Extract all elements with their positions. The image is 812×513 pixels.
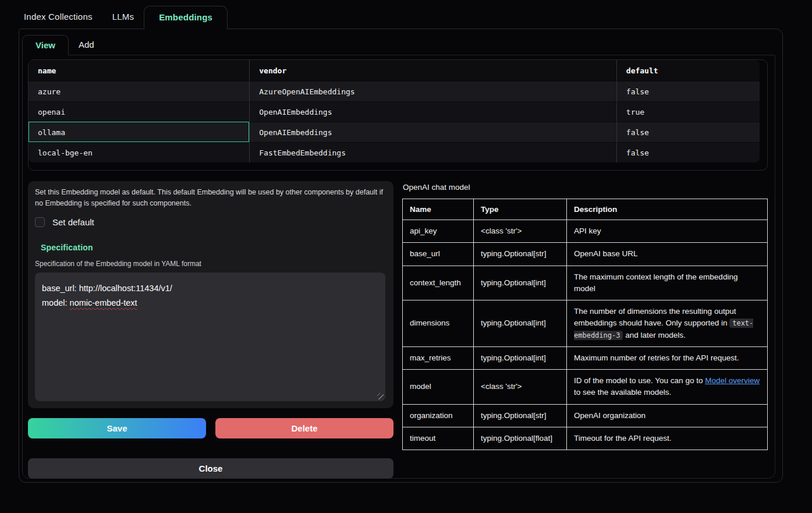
param-type: typing.Optional[str] — [474, 243, 567, 266]
param-type: typing.Optional[int] — [474, 266, 567, 300]
schema-table: Name Type Description api_key <class 'st… — [402, 199, 768, 450]
tab-embeddings[interactable]: Embeddings — [144, 6, 228, 29]
param-name: model — [403, 370, 474, 405]
param-name: max_retries — [403, 346, 474, 369]
cell-default[interactable]: true — [616, 101, 760, 122]
param-name: context_length — [403, 266, 474, 300]
schema-row-max-retries: max_retries typing.Optional[int] Maximum… — [403, 346, 768, 369]
cell-default[interactable]: false — [616, 81, 760, 101]
schema-row-context-length: context_length typing.Optional[int] The … — [403, 266, 768, 300]
schema-row-organization: organization typing.Optional[str] OpenAI… — [403, 404, 768, 427]
app-root: Index Collections LLMs Embeddings View A… — [0, 0, 812, 513]
cell-default[interactable]: false — [616, 122, 760, 142]
action-buttons: Save Delete — [28, 418, 393, 438]
set-default-checkbox[interactable] — [35, 217, 45, 227]
detail-region: Set this Embedding model as default. Thi… — [28, 181, 768, 479]
desc-text: and later models. — [623, 331, 685, 339]
schema-column: OpenAI chat model Name Type Description — [402, 181, 768, 479]
subtab-view[interactable]: View — [22, 35, 69, 55]
view-tab-panel: name vendor default azure AzureOpenAIEmb… — [22, 55, 775, 479]
yaml-spec-textarea[interactable]: base_url: http://localhost:11434/v1/ mod… — [35, 273, 385, 401]
schema-row-model: model <class 'str'> ID of the model to u… — [403, 370, 768, 405]
schema-col-description: Description — [567, 199, 768, 220]
schema-row-api-key: api_key <class 'str'> API key — [403, 220, 768, 243]
set-default-label: Set default — [52, 217, 94, 227]
default-and-spec-panel: Set this Embedding model as default. Thi… — [28, 181, 393, 408]
param-name: api_key — [403, 220, 474, 243]
table-row-ollama[interactable]: ollama OpenAIEmbeddings false — [29, 122, 760, 142]
param-type: <class 'str'> — [474, 220, 567, 243]
param-description: OpenAI base URL — [567, 243, 768, 266]
yaml-line-2: model: nomic-embed-text — [42, 296, 378, 310]
model-overview-link[interactable]: Model overview — [705, 376, 760, 385]
table-row-openai[interactable]: openai OpenAIEmbeddings true — [29, 101, 760, 122]
embeddings-table-card: name vendor default azure AzureOpenAIEmb… — [28, 59, 768, 171]
param-description: API key — [567, 220, 768, 243]
sub-tab-bar: View Add — [19, 29, 782, 55]
yaml-line-1: base_url: http://localhost:11434/v1/ — [42, 281, 378, 296]
edit-column: Set this Embedding model as default. Thi… — [28, 181, 393, 479]
desc-text: to see the available models. — [574, 388, 671, 397]
cell-vendor[interactable]: AzureOpenAIEmbeddings — [249, 81, 616, 101]
schema-row-dimensions: dimensions typing.Optional[int] The numb… — [403, 300, 768, 347]
col-header-vendor: vendor — [249, 60, 616, 81]
default-description: Set this Embedding model as default. Thi… — [35, 187, 384, 210]
subtab-add[interactable]: Add — [69, 35, 104, 55]
tab-index-collections[interactable]: Index Collections — [14, 6, 102, 29]
col-header-name: name — [29, 60, 249, 81]
param-description: Timeout for the API request. — [567, 427, 768, 450]
param-type: typing.Optional[str] — [474, 404, 567, 427]
yaml-line-2-key: model: — [42, 298, 70, 307]
specification-heading: Specification — [41, 243, 385, 252]
param-name: timeout — [403, 427, 474, 450]
desc-text: The number of dimensions the resulting o… — [574, 307, 736, 327]
cell-vendor[interactable]: OpenAIEmbeddings — [249, 122, 616, 142]
schema-header-row: Name Type Description — [403, 199, 768, 220]
param-type: typing.Optional[int] — [474, 300, 567, 347]
param-name: organization — [403, 404, 474, 427]
cell-vendor[interactable]: FastEmbedEmbeddings — [249, 142, 616, 162]
resize-handle[interactable] — [377, 393, 384, 399]
table-row-local-bge-en[interactable]: local-bge-en FastEmbedEmbeddings false — [29, 142, 760, 162]
schema-col-type: Type — [474, 199, 567, 220]
embeddings-table: name vendor default azure AzureOpenAIEmb… — [29, 60, 760, 162]
main-tab-bar: Index Collections LLMs Embeddings — [0, 0, 812, 29]
schema-col-name: Name — [403, 199, 474, 220]
embeddings-table-header: name vendor default — [29, 60, 760, 81]
col-header-default: default — [616, 60, 760, 81]
cell-name[interactable]: azure — [29, 81, 249, 101]
param-description: The maximum context length of the embedd… — [567, 266, 768, 300]
param-description: OpenAI organization — [567, 404, 768, 427]
param-name: dimensions — [403, 300, 474, 347]
schema-row-timeout: timeout typing.Optional[float] Timeout f… — [403, 427, 768, 450]
close-button[interactable]: Close — [28, 458, 393, 479]
save-button[interactable]: Save — [28, 418, 206, 438]
specification-hint: Specification of the Embedding model in … — [35, 260, 385, 268]
param-type: typing.Optional[int] — [474, 346, 567, 369]
schema-row-base-url: base_url typing.Optional[str] OpenAI bas… — [403, 243, 768, 266]
param-description: The number of dimensions the resulting o… — [567, 300, 768, 347]
param-description: Maximum number of retries for the API re… — [567, 346, 768, 369]
param-name: base_url — [403, 243, 474, 266]
cell-name-selected[interactable]: ollama — [29, 122, 249, 142]
delete-button[interactable]: Delete — [215, 418, 393, 438]
schema-title: OpenAI chat model — [403, 183, 768, 192]
desc-text: ID of the model to use. You can go to — [574, 376, 705, 385]
set-default-row[interactable]: Set default — [35, 217, 385, 227]
cell-vendor[interactable]: OpenAIEmbeddings — [249, 101, 616, 122]
table-row-azure[interactable]: azure AzureOpenAIEmbeddings false — [29, 81, 760, 101]
yaml-line-2-value: nomic-embed-text — [70, 298, 137, 307]
param-type: <class 'str'> — [474, 370, 567, 405]
cell-name[interactable]: openai — [29, 101, 249, 122]
param-description: ID of the model to use. You can go to Mo… — [567, 370, 768, 405]
cell-default[interactable]: false — [616, 142, 760, 162]
tab-llms[interactable]: LLMs — [102, 6, 144, 29]
cell-name[interactable]: local-bge-en — [29, 142, 249, 162]
embeddings-panel: View Add name vendor default — [19, 29, 783, 483]
param-type: typing.Optional[float] — [474, 427, 567, 450]
